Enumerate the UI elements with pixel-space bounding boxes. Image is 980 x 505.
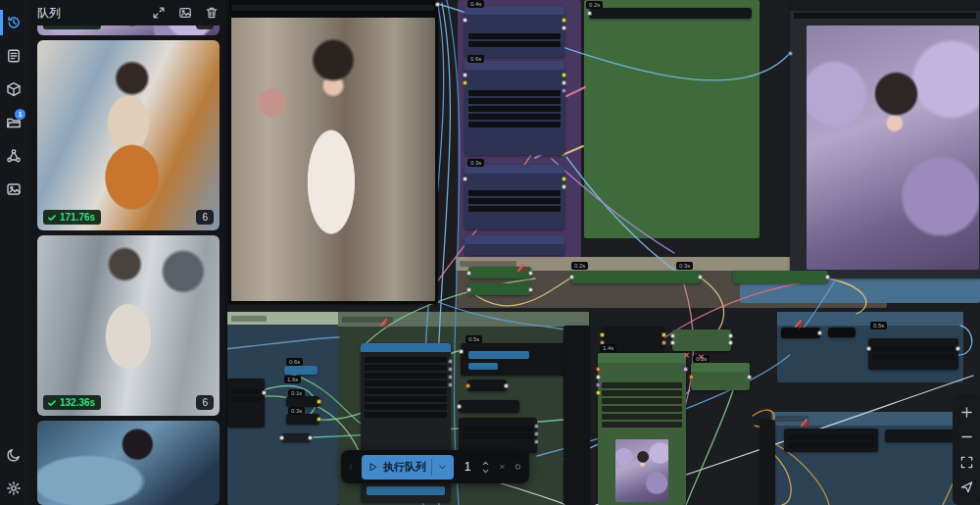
sidebar-item-history[interactable] <box>0 6 27 39</box>
queue-item[interactable] <box>37 421 220 505</box>
port[interactable] <box>788 51 793 56</box>
port[interactable] <box>504 383 509 388</box>
port[interactable] <box>562 177 566 181</box>
node-title-bar[interactable] <box>790 0 980 11</box>
port[interactable] <box>534 431 539 436</box>
port[interactable] <box>463 177 467 181</box>
trash-icon[interactable] <box>205 6 219 20</box>
node-collapsed[interactable] <box>571 271 701 283</box>
bypass-icon[interactable] <box>794 315 806 325</box>
node-collapsed[interactable] <box>459 400 519 413</box>
node-widget-row[interactable] <box>365 380 447 386</box>
port[interactable] <box>662 340 666 345</box>
group-header[interactable] <box>227 312 338 325</box>
node-widget-row[interactable] <box>788 442 874 448</box>
cancel-icon[interactable] <box>499 460 506 474</box>
node[interactable] <box>461 343 566 376</box>
node[interactable] <box>691 363 750 390</box>
node-widget-row[interactable] <box>365 373 447 379</box>
node-widget-row[interactable] <box>468 114 561 120</box>
port[interactable] <box>662 332 666 337</box>
bypass-icon[interactable] <box>800 414 811 424</box>
sidebar-item-document[interactable] <box>0 39 27 73</box>
port[interactable] <box>866 346 871 351</box>
node-value-bar[interactable] <box>468 351 529 359</box>
port[interactable] <box>817 330 822 335</box>
port[interactable] <box>463 73 467 77</box>
node-widget-row[interactable] <box>365 388 447 394</box>
port[interactable] <box>562 25 566 30</box>
port[interactable] <box>596 382 601 387</box>
node-value-bar[interactable] <box>468 363 498 370</box>
node-widget-row[interactable] <box>468 106 561 112</box>
node-title-bar[interactable] <box>691 363 750 372</box>
port[interactable] <box>534 439 539 444</box>
node[interactable] <box>459 418 537 453</box>
port[interactable] <box>562 18 566 23</box>
node-collapsed[interactable] <box>286 396 319 407</box>
node[interactable] <box>465 6 564 57</box>
node-widget-row[interactable] <box>232 5 434 11</box>
bypass-icon[interactable] <box>379 314 391 324</box>
zoom-in-icon[interactable] <box>959 405 974 420</box>
node-widget-row[interactable] <box>872 354 955 360</box>
sidebar-item-cube[interactable] <box>0 73 27 106</box>
node[interactable] <box>227 379 265 428</box>
port[interactable] <box>825 275 830 279</box>
node-collapsed[interactable] <box>284 366 318 375</box>
node-widget-row[interactable] <box>365 396 447 402</box>
node-widget-row[interactable] <box>468 190 561 196</box>
port[interactable] <box>562 184 566 189</box>
sidebar-item-gallery[interactable] <box>0 173 27 206</box>
port[interactable] <box>448 367 453 372</box>
node[interactable] <box>672 329 731 351</box>
sidebar-item-moon[interactable] <box>0 438 27 472</box>
sidebar-item-gear[interactable] <box>0 472 27 505</box>
port[interactable] <box>670 333 675 338</box>
sidebar-item-folder[interactable]: 1 <box>0 106 27 139</box>
port[interactable] <box>747 375 752 379</box>
node-widget-row[interactable] <box>602 406 682 412</box>
preview-image-node[interactable] <box>790 0 980 278</box>
node-title-bar[interactable] <box>465 235 564 244</box>
port[interactable] <box>457 404 462 409</box>
node-widget-row[interactable] <box>468 33 561 39</box>
node-widget-row[interactable] <box>602 398 682 404</box>
port[interactable] <box>698 275 703 279</box>
node-widget-row[interactable] <box>468 198 561 204</box>
drag-handle-icon[interactable] <box>349 459 353 475</box>
queue-item[interactable]: 132.36s6 <box>37 235 220 416</box>
node-widget-row[interactable] <box>788 434 874 440</box>
node[interactable] <box>784 429 878 452</box>
port[interactable] <box>562 80 566 85</box>
node-title-bar[interactable] <box>598 353 686 363</box>
node-collapsed[interactable] <box>885 429 956 442</box>
port[interactable] <box>683 367 688 372</box>
photo-icon[interactable] <box>178 6 192 20</box>
node-collapsed[interactable] <box>281 433 311 442</box>
node-widget-row[interactable] <box>231 396 261 402</box>
port[interactable] <box>956 346 960 351</box>
stepper-up-icon[interactable] <box>481 460 490 467</box>
node-widget-row[interactable] <box>602 390 682 396</box>
port[interactable] <box>463 80 467 85</box>
node-widget-row[interactable] <box>365 412 447 418</box>
node-collapsed[interactable] <box>467 379 507 391</box>
port[interactable] <box>528 287 533 292</box>
port[interactable] <box>459 349 464 354</box>
stop-icon[interactable] <box>514 460 521 474</box>
node-widget-row[interactable] <box>468 122 561 127</box>
node-widget-row[interactable] <box>794 13 976 19</box>
node-widget-row[interactable] <box>231 388 261 394</box>
stepper-down-icon[interactable] <box>481 468 490 475</box>
port[interactable] <box>448 382 453 387</box>
expand-icon[interactable] <box>152 6 166 20</box>
node-widget-row[interactable] <box>365 357 447 363</box>
node[interactable] <box>465 165 564 229</box>
node-collapsed[interactable] <box>828 328 856 337</box>
port[interactable] <box>466 287 471 292</box>
node[interactable] <box>465 235 564 255</box>
node-widget-row[interactable] <box>468 90 561 96</box>
port[interactable] <box>317 399 321 404</box>
port[interactable] <box>528 271 533 276</box>
